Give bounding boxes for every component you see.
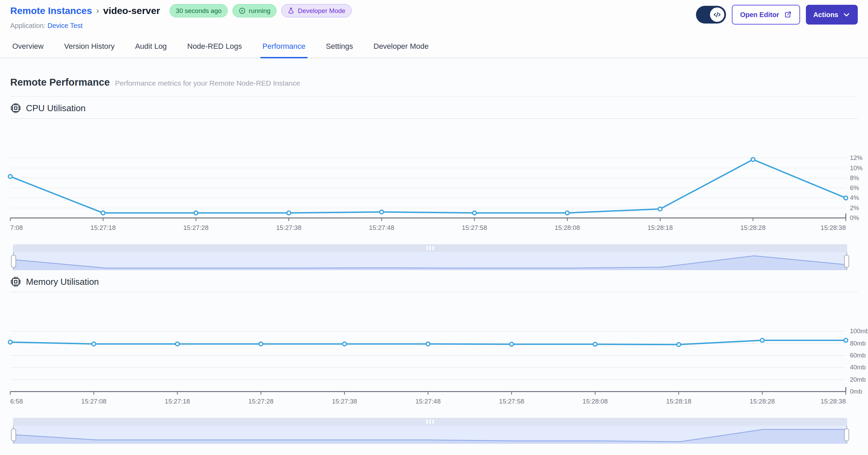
status-badge-running: running: [232, 4, 276, 17]
section-cpu-utilisation: CPU Utilisation7:0815:27:1815:27:2815:27…: [10, 97, 858, 270]
svg-text:15:27:58: 15:27:58: [499, 398, 524, 405]
grip-icon: [426, 420, 428, 424]
application-row: Application: Device Test: [10, 22, 352, 30]
brush-mini-chart: [14, 426, 846, 444]
badge-label: running: [249, 7, 270, 15]
toggle-knob: [710, 8, 724, 22]
svg-text:15:28:18: 15:28:18: [666, 398, 691, 405]
svg-text:0%: 0%: [850, 214, 859, 221]
page-title-row: Remote Performance Performance metrics f…: [10, 58, 858, 97]
application-label: Application:: [10, 22, 45, 29]
grip-icon: [426, 246, 428, 250]
svg-text:15:28:08: 15:28:08: [583, 398, 608, 405]
svg-text:7:08: 7:08: [10, 224, 23, 231]
svg-text:15:27:48: 15:27:48: [369, 224, 394, 231]
svg-text:40mb: 40mb: [850, 364, 866, 371]
play-circle-icon: [239, 7, 246, 14]
tab-audit-log[interactable]: Audit Log: [133, 36, 169, 58]
svg-text:15:27:28: 15:27:28: [248, 398, 273, 405]
section-memory-utilisation: Memory Utilisation6:5815:27:0815:27:1815…: [10, 270, 858, 444]
page-title: Remote Performance: [10, 77, 110, 88]
badge-label: 30 seconds ago: [176, 7, 222, 15]
open-editor-button[interactable]: Open Editor: [732, 5, 800, 25]
brush-drag-bar[interactable]: [13, 244, 847, 252]
svg-text:15:27:28: 15:27:28: [183, 224, 209, 231]
tab-overview[interactable]: Overview: [10, 36, 46, 58]
badge-label: Developer Mode: [298, 7, 345, 15]
actions-button[interactable]: Actions: [806, 5, 858, 25]
application-link[interactable]: Device Test: [47, 22, 83, 29]
svg-text:15:28:18: 15:28:18: [648, 224, 673, 231]
grip-icon: [432, 420, 434, 424]
tab-node-red-logs[interactable]: Node-RED Logs: [185, 36, 244, 58]
memory-utilisation-chart: 6:5815:27:0815:27:1815:27:2815:27:3815:2…: [10, 322, 858, 403]
svg-text:15:27:18: 15:27:18: [90, 224, 116, 231]
cpu-utilisation-heading: CPU Utilisation: [10, 97, 858, 119]
svg-text:6%: 6%: [850, 184, 859, 191]
chart-sections: CPU Utilisation7:0815:27:1815:27:2815:27…: [10, 97, 858, 444]
status-badges: 30 seconds agorunningDeveloper Mode: [170, 4, 352, 17]
svg-text:15:27:38: 15:27:38: [276, 224, 301, 231]
svg-text:60mb: 60mb: [850, 352, 866, 359]
actions-label: Actions: [813, 11, 838, 19]
flask-icon: [287, 7, 295, 14]
svg-text:15:28:28: 15:28:28: [740, 224, 766, 231]
grip-icon: [429, 420, 431, 424]
svg-text:15:27:58: 15:27:58: [462, 224, 487, 231]
svg-text:2%: 2%: [850, 204, 859, 211]
tab-bar: OverviewVersion HistoryAudit LogNode-RED…: [0, 36, 868, 58]
instance-name: video-server: [103, 5, 160, 16]
memory-utilisation-plot: 6:5815:27:0815:27:1815:27:2815:27:3815:2…: [10, 322, 868, 403]
breadcrumb-separator-icon: ›: [96, 5, 99, 16]
svg-text:0mb: 0mb: [850, 388, 862, 395]
page-header: Remote Instances › video-server 30 secon…: [0, 0, 868, 30]
brush-selection-area[interactable]: [13, 426, 847, 444]
memory-utilisation-heading: Memory Utilisation: [10, 270, 858, 292]
memory-utilisation-brush: [13, 418, 847, 444]
svg-text:15:27:08: 15:27:08: [81, 398, 106, 405]
svg-text:15:28:08: 15:28:08: [555, 224, 580, 231]
tab-developer-mode[interactable]: Developer Mode: [371, 36, 430, 58]
brush-left-handle[interactable]: [11, 255, 16, 268]
svg-text:15:27:38: 15:27:38: [332, 398, 357, 405]
cpu-utilisation-chart: 7:0815:27:1815:27:2815:27:3815:27:4815:2…: [10, 148, 858, 230]
svg-text:15:28:38: 15:28:38: [821, 398, 846, 405]
svg-text:4%: 4%: [850, 194, 859, 201]
grip-icon: [432, 246, 434, 250]
code-icon: [713, 11, 721, 19]
svg-text:12%: 12%: [850, 154, 863, 161]
svg-text:15:28:38: 15:28:38: [821, 224, 846, 231]
page-subtitle: Performance metrics for your Remote Node…: [115, 79, 300, 87]
breadcrumb-remote-instances-link[interactable]: Remote Instances: [10, 5, 92, 16]
chevron-down-icon: [843, 11, 850, 18]
brush-drag-bar[interactable]: [13, 418, 847, 426]
svg-text:80mb: 80mb: [850, 340, 866, 347]
section-title: CPU Utilisation: [26, 103, 86, 114]
svg-text:20mb: 20mb: [850, 376, 866, 383]
svg-text:10%: 10%: [850, 164, 863, 172]
developer-mode-toggle[interactable]: [696, 6, 726, 24]
tab-performance[interactable]: Performance: [260, 36, 308, 58]
brush-selection-area[interactable]: [13, 252, 847, 270]
svg-text:15:27:48: 15:27:48: [415, 398, 441, 405]
open-editor-label: Open Editor: [740, 11, 779, 19]
tab-version-history[interactable]: Version History: [62, 36, 117, 58]
tab-settings[interactable]: Settings: [324, 36, 355, 58]
breadcrumb: Remote Instances › video-server 30 secon…: [10, 4, 352, 17]
header-actions: Open Editor Actions: [696, 4, 858, 25]
svg-text:15:28:28: 15:28:28: [750, 398, 775, 405]
status-badge-developer-mode: Developer Mode: [281, 4, 351, 17]
cpu-utilisation-brush: [13, 244, 847, 270]
cpu-chip-icon: [10, 103, 21, 114]
svg-text:15:27:18: 15:27:18: [165, 398, 190, 405]
svg-text:100mb: 100mb: [850, 327, 868, 335]
cpu-chip-icon: [10, 276, 21, 287]
external-link-icon: [784, 11, 792, 19]
svg-text:6:58: 6:58: [10, 398, 23, 405]
brush-right-handle[interactable]: [844, 255, 849, 268]
main-content: Remote Performance Performance metrics f…: [0, 58, 868, 447]
brush-left-handle[interactable]: [11, 428, 16, 441]
grip-icon: [429, 246, 431, 250]
svg-text:8%: 8%: [850, 174, 859, 181]
brush-right-handle[interactable]: [844, 428, 849, 441]
